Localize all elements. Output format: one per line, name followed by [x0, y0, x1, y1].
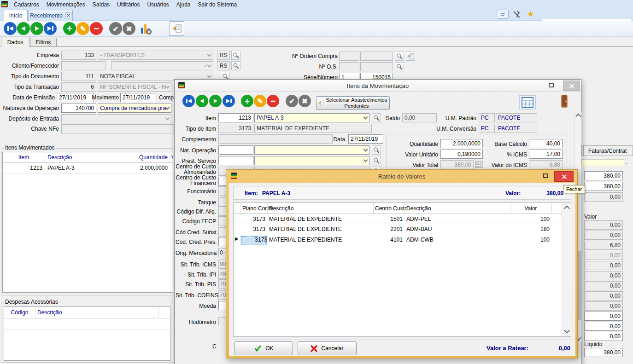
nat-operacao-code-field[interactable]: [218, 145, 253, 155]
maximize-icon[interactable]: [549, 83, 554, 87]
close-icon[interactable]: [554, 171, 574, 182]
tipo-transacao-combo[interactable]: NF SOMENTE FISCAL - NF MOD 1 E D: [98, 82, 171, 92]
faturas-yellow-row[interactable]: [581, 159, 624, 166]
empresa-uf-field[interactable]: RS: [217, 51, 230, 60]
tab-inicio[interactable]: Início: [4, 10, 28, 21]
imposto-field-6[interactable]: 0,00: [584, 271, 623, 280]
imposto-field-3[interactable]: 6,80: [584, 241, 623, 250]
imposto-field-1[interactable]: 0,00: [584, 220, 623, 230]
column-header[interactable]: Descrição: [37, 309, 129, 316]
item-edit-button[interactable]: ✎: [254, 95, 266, 107]
empresa-code-field[interactable]: 133: [61, 51, 96, 60]
column-header[interactable]: Quantidade: [133, 154, 168, 161]
column-header[interactable]: Código: [4, 309, 35, 316]
menu-ajuda[interactable]: Ajuda: [173, 1, 194, 8]
table-row-quantidade[interactable]: 2.000,0000: [133, 165, 168, 171]
tab-faturas-contratos[interactable]: Faturas/Contrat: [583, 145, 633, 156]
tipo-item-name-field[interactable]: MATERIAL DE EXPEDIENTE: [254, 124, 372, 133]
item-nav-first-button[interactable]: [182, 95, 195, 107]
um-conversao-name-field[interactable]: PACOTE: [496, 124, 537, 133]
rateio-row-valor[interactable]: 180: [510, 226, 550, 232]
menu-cadastros[interactable]: Cadastros: [10, 1, 43, 8]
prest-servico-search-button[interactable]: [372, 156, 381, 165]
menu-utilitarios[interactable]: Utilitários: [113, 1, 143, 8]
close-icon[interactable]: [563, 81, 580, 91]
exit-door-icon[interactable]: [560, 95, 569, 109]
imposto-field-5[interactable]: 0,00: [584, 261, 623, 270]
ordem-compra-serie-field[interactable]: [339, 52, 359, 61]
quantidade-field[interactable]: 2.000,0000: [440, 139, 483, 148]
cliente-uf-field[interactable]: RS: [217, 61, 230, 70]
despesas-acessorias-grid[interactable]: Código Descrição: [4, 306, 170, 361]
menu-movimentacoes[interactable]: Movimentações: [43, 1, 89, 8]
table-row-item[interactable]: 1213: [3, 165, 42, 171]
ok-button[interactable]: OK: [234, 341, 293, 355]
rateio-grid[interactable]: Plano Conta Descrição Centro Custo Descr…: [233, 202, 571, 337]
menu-usuarios[interactable]: Usuários: [143, 1, 172, 8]
column-header[interactable]: Descrição: [269, 205, 338, 212]
total-field-3[interactable]: 0,00: [584, 192, 623, 202]
tab-close-icon[interactable]: [65, 12, 71, 18]
column-header[interactable]: Descrição: [47, 154, 130, 161]
imposto-field-4[interactable]: 0,00: [584, 251, 623, 260]
imposto-field-10[interactable]: 0,00: [584, 312, 623, 321]
favorite-star-icon[interactable]: ★: [527, 9, 534, 19]
tipo-item-code-field[interactable]: 3173: [218, 124, 253, 133]
prest-servico-code-field[interactable]: [218, 156, 253, 165]
process-document-button[interactable]: [170, 21, 184, 36]
data-field[interactable]: 27/11/2019: [348, 134, 383, 144]
add-record-button[interactable]: +: [63, 22, 76, 35]
tipo-documento-code-field[interactable]: 111: [61, 72, 96, 81]
nav-next-button[interactable]: [30, 22, 43, 35]
imposto-field-7[interactable]: 0,00: [584, 281, 623, 290]
deposito-combo[interactable]: [98, 114, 171, 123]
um-padrao-code-field[interactable]: PC: [479, 113, 495, 122]
rateio-titlebar[interactable]: Rateio de Valores: [226, 170, 577, 183]
rateio-row-descricao2[interactable]: ADM-PEL: [406, 216, 503, 222]
valor-icms-field[interactable]: 6,80: [529, 160, 563, 169]
imposto-field-9[interactable]: 0,00: [584, 301, 623, 311]
item-code-field[interactable]: 1213: [218, 113, 253, 122]
confirm-button[interactable]: ✔: [109, 22, 122, 35]
maximize-icon[interactable]: [543, 173, 548, 178]
nav-last-button[interactable]: [44, 22, 57, 35]
report-chart-icon[interactable]: [140, 23, 152, 37]
os-search-button[interactable]: [395, 62, 404, 71]
grid-view-button[interactable]: [519, 95, 536, 110]
valor-total-field[interactable]: 380,00: [440, 160, 474, 169]
itens-window-titlebar[interactable]: Itens da Movimentação: [175, 80, 581, 92]
item-nav-next-button[interactable]: [209, 95, 222, 107]
calculator-icon[interactable]: [475, 161, 483, 169]
cancelar-button[interactable]: Cancelar: [298, 341, 357, 355]
menu-saidas[interactable]: Saídas: [89, 1, 113, 8]
um-padrao-name-field[interactable]: PACOTE: [496, 113, 537, 122]
nat-operacao-search-button[interactable]: [372, 145, 381, 155]
rateio-row-centro[interactable]: 1501: [373, 216, 403, 222]
column-header[interactable]: Descrição: [406, 205, 475, 212]
column-header[interactable]: Centro Custo: [375, 205, 407, 212]
cancel-button[interactable]: ✖: [123, 22, 135, 35]
item-combo[interactable]: PAPEL A-3: [254, 113, 369, 122]
rateio-row-descricao[interactable]: MATERIAL DE EXPEDIENTE: [269, 237, 370, 243]
empresa-search-button[interactable]: [231, 51, 240, 60]
nav-previous-button[interactable]: [17, 22, 30, 35]
item-cancel-button[interactable]: ✖: [299, 95, 311, 107]
cliente-code-field[interactable]: [61, 61, 106, 70]
column-header[interactable]: V: [171, 154, 173, 161]
scroll-up-icon[interactable]: [563, 204, 571, 211]
ordem-compra-numero-field[interactable]: [360, 52, 393, 61]
item-delete-button[interactable]: −: [267, 95, 279, 107]
tab-filtros[interactable]: Filtros: [30, 38, 57, 46]
imposto-field-11[interactable]: 0,00: [584, 322, 623, 331]
total-field-1[interactable]: 380,00: [584, 171, 623, 180]
rateio-row-valor[interactable]: 100: [510, 216, 550, 222]
ordem-compra-import-button[interactable]: [406, 52, 415, 61]
tab-dados[interactable]: Dados: [1, 37, 29, 47]
ordem-compra-search-button[interactable]: [395, 52, 404, 61]
rateio-row-plano[interactable]: 3173: [240, 226, 265, 232]
rateio-row-descricao[interactable]: MATERIAL DE EXPEDIENTE: [269, 226, 370, 232]
delete-record-button[interactable]: −: [90, 22, 103, 35]
rateio-row-descricao2[interactable]: ADM-BAU: [406, 226, 503, 232]
valor-unitario-field[interactable]: 0,190000: [440, 150, 483, 159]
menu-sair[interactable]: Sair do Sistema: [194, 1, 241, 8]
